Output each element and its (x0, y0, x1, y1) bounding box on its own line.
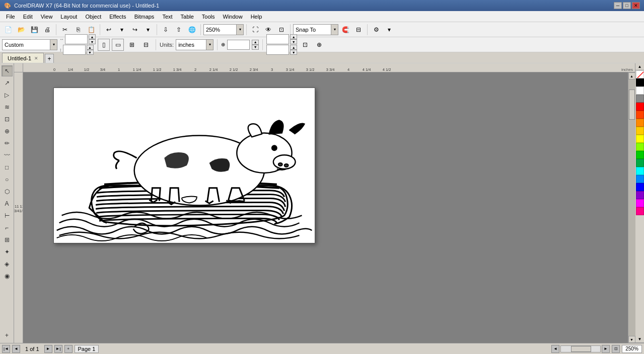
menu-file[interactable]: File (2, 13, 19, 21)
paste-button[interactable]: 📋 (85, 24, 97, 36)
view-btn[interactable]: 👁 (262, 24, 274, 36)
color-swatch-9[interactable] (636, 159, 644, 167)
crop-tool-button[interactable]: ⊡ (2, 114, 13, 125)
polygon-tool-button[interactable]: ⬡ (2, 186, 13, 197)
prev-page-button[interactable]: ◄ (12, 345, 20, 353)
open-button[interactable]: 📂 (15, 24, 27, 36)
menu-effects[interactable]: Effects (105, 13, 130, 21)
vscroll-up-button[interactable]: ▲ (628, 72, 635, 79)
wireframe-btn[interactable]: ⊡ (275, 24, 288, 36)
zoom-tool-button[interactable]: ⊕ (2, 126, 13, 137)
freehand-tool-button[interactable]: ✏ (2, 138, 13, 149)
last-page-button[interactable]: ►| (54, 345, 62, 353)
pos-y-input[interactable]: 0.0 (266, 45, 289, 55)
document-tab[interactable]: Untitled-1 ✕ (2, 53, 44, 63)
vscroll-track[interactable] (628, 79, 635, 336)
menu-edit[interactable]: Edit (19, 13, 37, 21)
zoom-to-fit-button[interactable]: ⊡ (612, 345, 620, 353)
menu-view[interactable]: View (37, 13, 57, 21)
color-swatch-7[interactable] (636, 143, 644, 151)
more-btn[interactable]: ▾ (383, 24, 395, 36)
nudge-down[interactable]: ▼ (252, 45, 259, 50)
zoom-combo[interactable]: 250% ▾ (203, 24, 244, 35)
no-color-swatch[interactable] (636, 70, 644, 78)
ellipse-tool-button[interactable]: ○ (2, 174, 13, 185)
freehand-pick-button[interactable]: ↗ (2, 77, 13, 88)
duplicate-offset-btn[interactable]: ⊡ (299, 39, 311, 51)
color-swatch-14[interactable] (636, 199, 644, 207)
menu-bitmaps[interactable]: Bitmaps (130, 13, 159, 21)
minimize-button[interactable]: ─ (614, 2, 622, 9)
color-swatch-15[interactable] (636, 207, 644, 215)
rectangle-tool-button[interactable]: □ (2, 162, 13, 173)
maximize-button[interactable]: □ (623, 2, 631, 9)
landscape-btn[interactable]: ▭ (112, 39, 124, 51)
current-page-btn[interactable]: ⊟ (140, 39, 152, 51)
color-swatch-6[interactable] (636, 135, 644, 143)
hscroll-right-button[interactable]: ► (602, 345, 610, 353)
color-swatch-white[interactable] (636, 86, 644, 95)
snap-dropdown-arrow[interactable]: ▾ (331, 25, 338, 35)
canvas-scroll-area[interactable] (23, 72, 628, 343)
color-swatch-11[interactable] (636, 175, 644, 183)
new-button[interactable]: 📄 (2, 24, 14, 36)
new-tab-button[interactable]: + (45, 54, 54, 63)
color-swatch-12[interactable] (636, 183, 644, 191)
hscroll-track[interactable] (560, 345, 601, 352)
fill-tool-button[interactable]: ◈ (2, 258, 13, 270)
save-button[interactable]: 💾 (28, 24, 40, 36)
menu-window[interactable]: Window (219, 13, 247, 21)
first-page-button[interactable]: |◄ (2, 345, 10, 353)
cut-button[interactable]: ✂ (59, 24, 71, 36)
vscroll-thumb[interactable] (629, 90, 635, 120)
tab-close-button[interactable]: ✕ (34, 56, 38, 61)
pick-tool-button[interactable]: ↖ (2, 65, 13, 76)
close-button[interactable]: ✕ (632, 2, 640, 9)
text-tool-button[interactable]: A (2, 198, 13, 209)
shape-tool-button[interactable]: ▷ (2, 90, 13, 101)
menu-tools[interactable]: Tools (198, 13, 219, 21)
menu-help[interactable]: Help (247, 13, 266, 21)
connector-tool-button[interactable]: ⌐ (2, 222, 13, 233)
snap-toggle[interactable]: 🧲 (339, 24, 351, 36)
all-pages-btn[interactable]: ⊞ (126, 39, 138, 51)
artistic-media-button[interactable]: 〰 (2, 150, 13, 161)
menu-table[interactable]: Table (177, 13, 198, 21)
hscroll-left-button[interactable]: ◄ (551, 345, 559, 353)
width-spinner[interactable]: ▲ ▼ (89, 34, 96, 44)
add-page-status-btn[interactable]: + (64, 345, 73, 353)
snap-options[interactable]: ⊟ (352, 24, 365, 36)
color-swatch-10[interactable] (636, 167, 644, 175)
page-height-input[interactable]: 12.0 (63, 45, 86, 55)
menu-layout[interactable]: Layout (56, 13, 81, 21)
eyedropper-button[interactable]: ✦ (2, 246, 13, 257)
print-button[interactable]: 🖨 (41, 24, 53, 36)
full-screen-btn[interactable]: ⛶ (249, 24, 261, 36)
portrait-btn[interactable]: ▯ (98, 39, 110, 51)
color-swatch-1[interactable] (636, 95, 644, 103)
vertical-scrollbar[interactable]: ▲ ▼ (628, 72, 635, 343)
dimension-tool-button[interactable]: ⊢ (2, 210, 13, 221)
height-spinner[interactable]: ▲ ▼ (87, 45, 94, 55)
import-button[interactable]: ⇩ (160, 24, 172, 36)
palette-scroll-up[interactable]: ▲ (635, 63, 645, 70)
publish-button[interactable]: 🌐 (186, 24, 198, 36)
export-button[interactable]: ⇧ (173, 24, 185, 36)
units-combo[interactable]: inches ▾ (176, 39, 213, 50)
pos-x-down[interactable]: ▼ (290, 39, 297, 44)
color-swatch-8[interactable] (636, 151, 644, 159)
redo-dropdown[interactable]: ▾ (142, 24, 154, 36)
pos-y-up[interactable]: ▲ (290, 45, 297, 50)
snap-combo[interactable]: Snap To ▾ (293, 24, 338, 35)
smart-fill-button[interactable]: ◉ (2, 271, 13, 282)
smear-tool-button[interactable]: ≋ (2, 102, 13, 113)
color-swatch-4[interactable] (636, 119, 644, 127)
page-width-input[interactable]: 24.0 (65, 34, 88, 44)
page-size-dropdown-arrow[interactable]: ▾ (50, 40, 57, 50)
color-swatch-black[interactable] (636, 78, 644, 86)
add-page-button[interactable]: + (2, 330, 13, 341)
redo-button[interactable]: ↪ (129, 24, 141, 36)
units-dropdown-arrow[interactable]: ▾ (206, 40, 213, 50)
height-up[interactable]: ▲ (87, 45, 94, 50)
page-size-combo[interactable]: Custom ▾ (2, 39, 57, 50)
